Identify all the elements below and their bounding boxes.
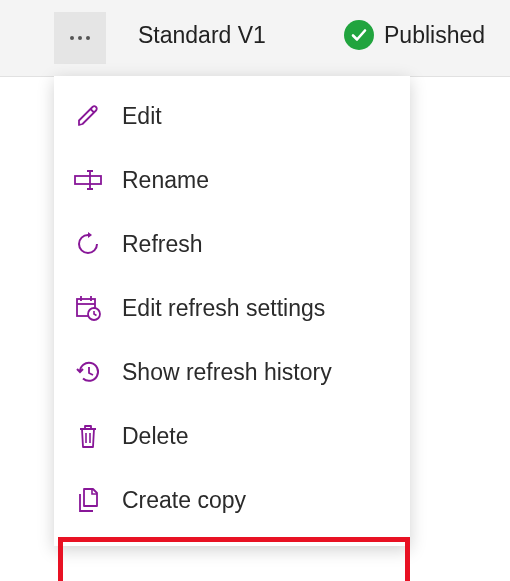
- pencil-icon: [72, 100, 104, 132]
- menu-item-label: Edit refresh settings: [122, 295, 325, 322]
- menu-item-label: Create copy: [122, 487, 246, 514]
- menu-item-create-copy[interactable]: Create copy: [54, 468, 410, 532]
- menu-item-edit-refresh-settings[interactable]: Edit refresh settings: [54, 276, 410, 340]
- menu-item-show-refresh-history[interactable]: Show refresh history: [54, 340, 410, 404]
- status-label: Published: [384, 22, 485, 49]
- trash-icon: [72, 420, 104, 452]
- copy-icon: [72, 484, 104, 516]
- svg-line-0: [91, 109, 95, 113]
- menu-item-rename[interactable]: Rename: [54, 148, 410, 212]
- menu-item-edit[interactable]: Edit: [54, 84, 410, 148]
- svg-rect-1: [75, 176, 101, 184]
- refresh-icon: [72, 228, 104, 260]
- menu-item-label: Delete: [122, 423, 188, 450]
- history-icon: [72, 356, 104, 388]
- checkmark-icon: [344, 20, 374, 50]
- item-title: Standard V1: [138, 22, 266, 49]
- context-menu: Edit Rename Refresh: [54, 76, 410, 546]
- status-badge: Published: [344, 20, 485, 50]
- menu-item-label: Show refresh history: [122, 359, 332, 386]
- menu-item-label: Rename: [122, 167, 209, 194]
- menu-item-label: Edit: [122, 103, 162, 130]
- rename-icon: [72, 164, 104, 196]
- toolbar: Standard V1 Published: [0, 0, 510, 77]
- ellipsis-icon: [70, 36, 90, 40]
- menu-item-label: Refresh: [122, 231, 203, 258]
- calendar-clock-icon: [72, 292, 104, 324]
- more-options-button[interactable]: [54, 12, 106, 64]
- menu-item-refresh[interactable]: Refresh: [54, 212, 410, 276]
- menu-item-delete[interactable]: Delete: [54, 404, 410, 468]
